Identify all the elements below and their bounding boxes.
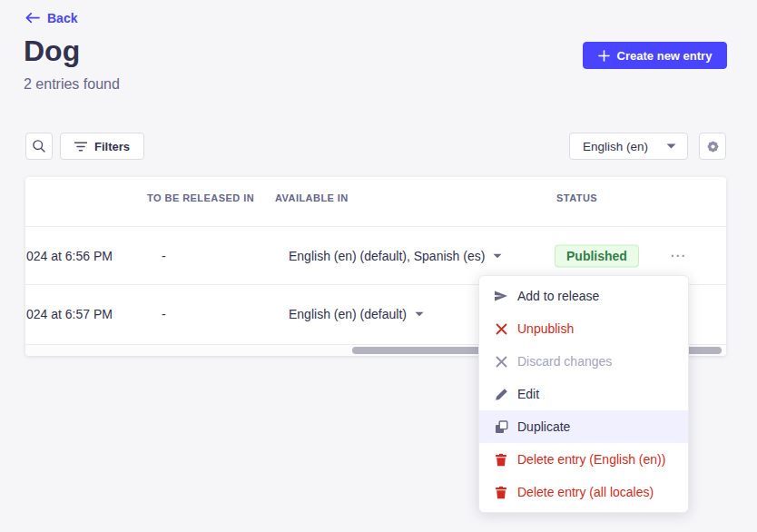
- cell-available-locales[interactable]: English (en) (default): [289, 307, 424, 321]
- menu-item-label: Delete entry (English (en)): [517, 452, 665, 467]
- chevron-down-icon: [666, 143, 676, 149]
- column-header-to-be-released-in: TO BE RELEASED IN: [147, 192, 254, 203]
- available-locales-text: English (en) (default): [289, 307, 407, 321]
- locale-select[interactable]: English (en): [569, 133, 688, 160]
- cell-updated-at: 024 at 6:57 PM: [26, 307, 113, 321]
- chevron-down-icon: [415, 311, 424, 317]
- cell-to-be-released-in: -: [162, 307, 166, 321]
- menu-item-unpublish[interactable]: Unpublish: [479, 312, 688, 345]
- menu-item-discard-changes: Discard changes: [479, 345, 688, 378]
- filter-icon: [74, 142, 87, 152]
- filters-button[interactable]: Filters: [60, 133, 144, 160]
- menu-item-delete-entry-all-locales[interactable]: Delete entry (all locales): [479, 476, 688, 508]
- cross-icon: [494, 354, 508, 369]
- column-header-available-in: AVAILABLE IN: [275, 192, 349, 203]
- cell-to-be-released-in: -: [162, 249, 166, 263]
- entries-count: 2 entries found: [24, 76, 120, 93]
- cross-icon: [494, 321, 508, 336]
- menu-item-label: Delete entry (all locales): [517, 485, 654, 499]
- back-link[interactable]: Back: [25, 11, 77, 25]
- gear-icon: [705, 139, 721, 154]
- create-new-entry-label: Create new entry: [617, 49, 713, 63]
- column-header-status: STATUS: [556, 192, 597, 203]
- menu-item-delete-entry-locale[interactable]: Delete entry (English (en)): [479, 443, 688, 476]
- menu-item-label: Discard changes: [517, 354, 612, 369]
- create-new-entry-button[interactable]: Create new entry: [583, 42, 727, 69]
- available-locales-text: English (en) (default), Spanish (es): [289, 249, 485, 263]
- menu-item-label: Edit: [517, 387, 539, 401]
- settings-button[interactable]: [699, 133, 726, 160]
- content-manager-page: Back Dog 2 entries found Create new entr…: [0, 0, 757, 532]
- search-icon: [32, 139, 46, 153]
- trash-icon: [494, 452, 508, 467]
- back-label: Back: [47, 11, 77, 25]
- cell-updated-at: 024 at 6:56 PM: [26, 249, 113, 263]
- table-header-row: TO BE RELEASED IN AVAILABLE IN STATUS: [25, 177, 726, 227]
- menu-item-label: Duplicate: [517, 419, 570, 434]
- plus-icon: [598, 50, 610, 62]
- cell-available-locales[interactable]: English (en) (default), Spanish (es): [289, 249, 502, 263]
- locale-select-value: English (en): [583, 140, 648, 153]
- duplicate-icon: [494, 419, 508, 434]
- paper-plane-icon: [494, 289, 508, 303]
- menu-item-add-to-release[interactable]: Add to release: [479, 280, 688, 312]
- menu-item-label: Add to release: [517, 289, 599, 303]
- status-badge: Published: [555, 244, 639, 267]
- page-title: Dog: [24, 34, 80, 68]
- back-arrow-icon: [25, 13, 40, 24]
- row-actions-menu: Add to release Unpublish Discard changes…: [478, 275, 689, 513]
- menu-item-label: Unpublish: [517, 321, 574, 336]
- filters-label: Filters: [94, 140, 130, 153]
- row-actions-button[interactable]: ⋯: [664, 245, 693, 267]
- pencil-icon: [494, 387, 508, 401]
- chevron-down-icon: [493, 253, 502, 259]
- menu-item-duplicate[interactable]: Duplicate: [479, 410, 688, 443]
- search-button[interactable]: [25, 133, 53, 160]
- trash-icon: [494, 485, 508, 499]
- menu-item-edit[interactable]: Edit: [479, 378, 688, 410]
